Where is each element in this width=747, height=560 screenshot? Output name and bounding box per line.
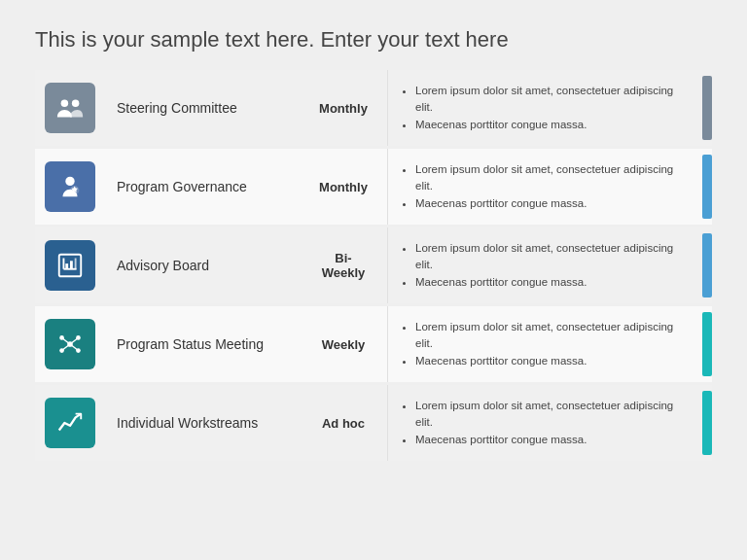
svg-rect-9 [75, 259, 77, 269]
individual-workstreams-name: Individual Workstreams [105, 385, 300, 461]
program-status-description: Lorem ipsum dolor sit amet, consectetuer… [387, 306, 702, 382]
icon-cell [35, 149, 105, 225]
steering-committee-name: Steering Committee [105, 70, 300, 146]
desc-item: Lorem ipsum dolor sit amet, consectetuer… [415, 161, 689, 195]
table-row: Program Governance Monthly Lorem ipsum d… [35, 149, 712, 225]
program-status-name: Program Status Meeting [105, 306, 300, 382]
advisory-board-name: Advisory Board [105, 228, 300, 303]
steering-committee-frequency: Monthly [300, 70, 387, 146]
individual-workstreams-bar-cell [702, 385, 712, 461]
program-status-frequency: Weekly [300, 306, 387, 382]
desc-item: Lorem ipsum dolor sit amet, consectetuer… [415, 240, 689, 274]
rows-table: Steering Committee Monthly Lorem ipsum d… [35, 70, 712, 541]
program-status-icon [45, 319, 95, 369]
desc-item: Maecenas porttitor congue massa. [415, 432, 689, 448]
svg-line-16 [70, 338, 78, 345]
svg-line-18 [70, 344, 78, 351]
steering-committee-bar [702, 76, 712, 140]
svg-line-17 [62, 344, 70, 351]
advisory-board-bar [702, 233, 712, 298]
individual-workstreams-description: Lorem ipsum dolor sit amet, consectetuer… [387, 385, 702, 461]
individual-workstreams-bar [702, 391, 712, 455]
svg-rect-8 [70, 262, 73, 269]
table-row: Individual Workstreams Ad hoc Lorem ipsu… [35, 385, 712, 461]
svg-point-0 [61, 100, 69, 108]
program-status-bar-cell [702, 306, 712, 382]
program-governance-icon [45, 161, 95, 212]
individual-workstreams-frequency: Ad hoc [300, 385, 387, 461]
page-title: This is your sample text here. Enter you… [35, 27, 712, 52]
icon-cell [35, 306, 105, 382]
program-governance-frequency: Monthly [300, 149, 387, 225]
program-status-bar [702, 312, 712, 376]
individual-workstreams-icon [45, 398, 95, 448]
svg-point-1 [72, 100, 80, 108]
desc-item: Maecenas porttitor congue massa. [415, 274, 689, 291]
table-row: Steering Committee Monthly Lorem ipsum d… [35, 70, 712, 146]
advisory-board-frequency: Bi-Weekly [300, 228, 387, 303]
steering-committee-description: Lorem ipsum dolor sit amet, consectetuer… [387, 70, 702, 146]
desc-item: Maecenas porttitor congue massa. [415, 353, 689, 369]
table-row: Program Status Meeting Weekly Lorem ipsu… [35, 306, 712, 382]
advisory-board-description: Lorem ipsum dolor sit amet, consectetuer… [387, 228, 702, 303]
icon-cell [35, 385, 105, 461]
steering-committee-bar-cell [702, 70, 712, 146]
icon-cell [35, 70, 105, 146]
desc-item: Maecenas porttitor congue massa. [415, 195, 689, 212]
main-page: This is your sample text here. Enter you… [0, 0, 747, 560]
advisory-board-icon [45, 240, 95, 291]
advisory-board-bar-cell [702, 228, 712, 303]
table-row: Advisory Board Bi-Weekly Lorem ipsum dol… [35, 228, 712, 303]
svg-line-15 [62, 338, 70, 345]
desc-item: Lorem ipsum dolor sit amet, consectetuer… [415, 83, 689, 117]
program-governance-description: Lorem ipsum dolor sit amet, consectetuer… [387, 149, 702, 225]
steering-committee-icon [45, 83, 95, 133]
svg-rect-7 [65, 264, 68, 270]
desc-item: Maecenas porttitor congue massa. [415, 117, 689, 133]
program-governance-name: Program Governance [105, 149, 300, 225]
desc-item: Lorem ipsum dolor sit amet, consectetuer… [415, 398, 689, 432]
program-governance-bar-cell [702, 149, 712, 225]
desc-item: Lorem ipsum dolor sit amet, consectetuer… [415, 319, 689, 353]
icon-cell [35, 228, 105, 303]
program-governance-bar [702, 155, 712, 219]
svg-point-2 [65, 177, 74, 186]
